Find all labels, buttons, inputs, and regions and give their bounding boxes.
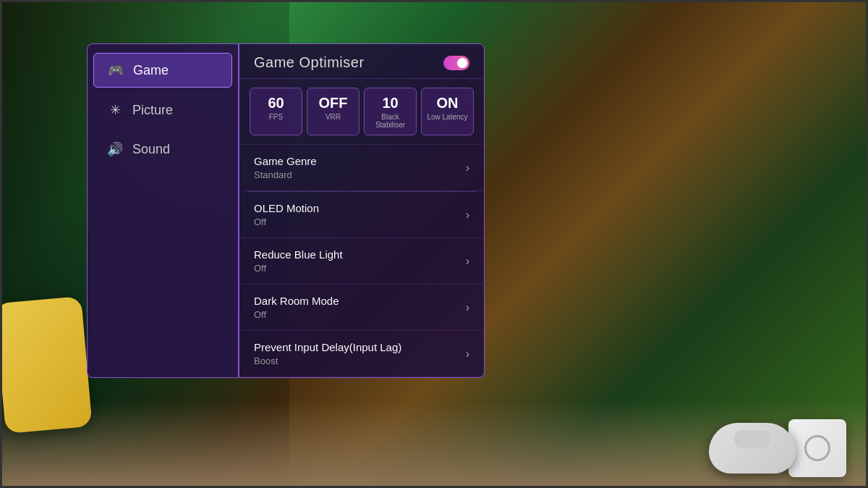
sound-icon: 🔊 — [106, 141, 124, 157]
oled-motion-content: OLED Motion Off — [254, 202, 319, 227]
dark-room-mode-content: Dark Room Mode Off — [254, 295, 339, 320]
nav-item-sound[interactable]: 🔊 Sound — [93, 132, 232, 166]
reduce-blue-light-chevron: › — [466, 255, 469, 268]
dark-room-mode-title: Dark Room Mode — [254, 295, 339, 307]
low-latency-value: ON — [425, 94, 470, 112]
main-panel: Game Optimiser 60 FPS OFF VRR 10 Black S… — [239, 43, 485, 378]
nav-label-sound: Sound — [132, 142, 170, 157]
game-genre-content: Game Genre Standard — [254, 155, 317, 180]
game-icon: 🎮 — [107, 62, 124, 78]
menu-item-reduce-blue-light[interactable]: Reduce Blue Light Off › — [239, 238, 484, 285]
vrr-label: VRR — [310, 113, 356, 121]
game-genre-title: Game Genre — [254, 155, 317, 167]
stat-vrr[interactable]: OFF VRR — [307, 88, 359, 135]
menu-item-input-lag[interactable]: Prevent Input Delay(Input Lag) Boost › — [239, 331, 484, 377]
stats-row: 60 FPS OFF VRR 10 Black Stabiliser ON Lo… — [239, 79, 484, 145]
tv-screen: 🎮 Game ✳ Picture 🔊 Sound Game Optimiser — [0, 0, 868, 488]
black-stabiliser-label: Black Stabiliser — [367, 113, 413, 129]
vrr-value: OFF — [310, 94, 356, 112]
dark-room-mode-chevron: › — [466, 301, 469, 314]
game-genre-value: Standard — [254, 169, 317, 180]
nav-item-picture[interactable]: ✳ Picture — [93, 93, 232, 127]
game-optimiser-toggle[interactable] — [443, 56, 469, 70]
ui-overlay: 🎮 Game ✳ Picture 🔊 Sound Game Optimiser — [87, 43, 485, 378]
input-lag-content: Prevent Input Delay(Input Lag) Boost — [254, 341, 401, 366]
reduce-blue-light-title: Reduce Blue Light — [254, 248, 343, 261]
oled-motion-value: Off — [254, 216, 319, 227]
fps-label: FPS — [253, 113, 299, 121]
menu-section: Game Genre Standard › OLED Motion Off › — [239, 145, 484, 377]
oled-motion-title: OLED Motion — [254, 202, 319, 214]
menu-item-game-genre[interactable]: Game Genre Standard › — [239, 145, 484, 191]
nav-item-game[interactable]: 🎮 Game — [93, 53, 232, 88]
input-lag-title: Prevent Input Delay(Input Lag) — [254, 341, 401, 353]
game-genre-chevron: › — [466, 161, 469, 174]
nav-panel: 🎮 Game ✳ Picture 🔊 Sound — [87, 43, 239, 378]
yellow-item — [0, 296, 93, 434]
picture-icon: ✳ — [106, 102, 124, 118]
xbox-controller — [709, 423, 796, 474]
low-latency-label: Low Latency — [425, 113, 470, 121]
oled-motion-chevron: › — [466, 209, 469, 222]
stat-black-stabiliser[interactable]: 10 Black Stabiliser — [364, 88, 417, 135]
reduce-blue-light-value: Off — [254, 263, 343, 274]
nav-label-game: Game — [133, 63, 169, 78]
reduce-blue-light-content: Reduce Blue Light Off — [254, 248, 343, 274]
panel-title: Game Optimiser — [254, 54, 365, 71]
menu-item-dark-room-mode[interactable]: Dark Room Mode Off › — [239, 285, 484, 331]
black-stabiliser-value: 10 — [367, 94, 413, 112]
stat-fps[interactable]: 60 FPS — [250, 88, 302, 135]
controller-area — [709, 423, 796, 474]
panel-header: Game Optimiser — [239, 44, 484, 79]
nav-label-picture: Picture — [132, 103, 173, 118]
dark-room-mode-value: Off — [254, 309, 339, 320]
menu-item-oled-motion[interactable]: OLED Motion Off › — [239, 192, 484, 238]
fps-value: 60 — [253, 94, 299, 112]
input-lag-chevron: › — [466, 348, 469, 361]
input-lag-value: Boost — [254, 356, 401, 366]
stat-low-latency[interactable]: ON Low Latency — [421, 88, 474, 135]
xbox-console — [788, 419, 846, 477]
